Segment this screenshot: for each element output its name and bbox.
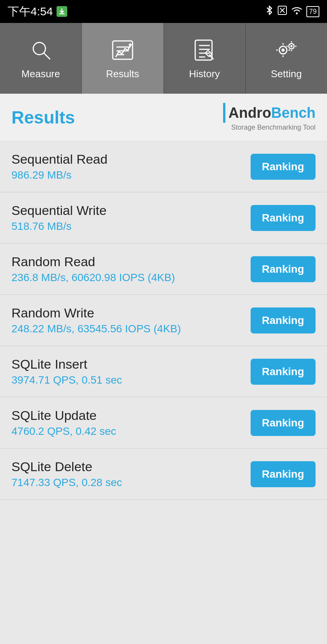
- svg-point-3: [296, 13, 298, 15]
- results-title: Results: [11, 107, 75, 128]
- bench-name: Random Write: [11, 306, 181, 320]
- tab-results[interactable]: Results: [82, 23, 164, 94]
- bench-row: Sequential Write518.76 MB/sRanking: [0, 192, 327, 244]
- bench-name: SQLite Insert: [11, 357, 122, 372]
- bench-row: SQLite Update4760.2 QPS, 0.42 secRanking: [0, 397, 327, 449]
- svg-point-20: [282, 49, 285, 52]
- logo-subtitle: Storage Benchmarking Tool: [231, 124, 316, 132]
- svg-point-26: [290, 45, 293, 47]
- results-icon: [109, 37, 136, 63]
- bench-info: Sequential Read986.29 MB/s: [11, 152, 107, 181]
- bench-value: 3974.71 QPS, 0.51 sec: [11, 374, 122, 386]
- bench-info: SQLite Insert3974.71 QPS, 0.51 sec: [11, 357, 122, 386]
- signal-x-icon: [277, 5, 287, 18]
- tab-bar: Measure Results: [0, 23, 327, 94]
- ranking-button[interactable]: Ranking: [251, 461, 316, 487]
- bench-info: Random Read236.8 MB/s, 60620.98 IOPS (4K…: [11, 254, 175, 284]
- ranking-button[interactable]: Ranking: [251, 359, 316, 385]
- history-icon: [191, 37, 218, 63]
- ranking-button[interactable]: Ranking: [251, 256, 316, 282]
- bench-value: 518.76 MB/s: [11, 220, 107, 233]
- logo-bench: Bench: [271, 105, 316, 121]
- bluetooth-icon: [265, 5, 274, 18]
- measure-icon: [28, 37, 54, 63]
- bench-value: 986.29 MB/s: [11, 169, 107, 181]
- logo-andro: Andro: [228, 105, 271, 121]
- content-area: Results AndroBench Storage Benchmarking …: [0, 94, 327, 644]
- bench-name: Sequential Read: [11, 152, 107, 167]
- benchmark-list: Sequential Read986.29 MB/sRankingSequent…: [0, 141, 327, 500]
- battery-indicator: 79: [306, 6, 319, 17]
- tab-setting[interactable]: Setting: [246, 23, 327, 94]
- bench-name: SQLite Update: [11, 408, 116, 423]
- setting-icon: [273, 37, 299, 63]
- wifi-icon: [291, 6, 303, 17]
- tab-results-label: Results: [106, 68, 139, 80]
- tab-measure-label: Measure: [21, 68, 60, 80]
- ranking-button[interactable]: Ranking: [251, 307, 316, 333]
- bench-value: 236.8 MB/s, 60620.98 IOPS (4KB): [11, 272, 175, 284]
- bench-name: Sequential Write: [11, 203, 107, 218]
- tab-measure[interactable]: Measure: [0, 23, 82, 94]
- download-icon: [57, 6, 67, 17]
- bench-info: SQLite Delete7147.33 QPS, 0.28 sec: [11, 459, 122, 489]
- bench-row: Sequential Read986.29 MB/sRanking: [0, 141, 327, 192]
- svg-line-17: [209, 55, 214, 59]
- bench-info: SQLite Update4760.2 QPS, 0.42 sec: [11, 408, 116, 437]
- logo-main: AndroBench: [223, 103, 316, 123]
- logo-bar: [223, 103, 225, 123]
- svg-line-5: [44, 53, 50, 59]
- tab-setting-label: Setting: [271, 68, 302, 80]
- androbench-logo: AndroBench Storage Benchmarking Tool: [223, 103, 316, 132]
- ranking-button[interactable]: Ranking: [251, 410, 316, 436]
- bench-name: Random Read: [11, 254, 175, 269]
- status-time: 下午4:54: [8, 4, 53, 20]
- status-bar: 下午4:54: [0, 0, 327, 23]
- ranking-button[interactable]: Ranking: [251, 154, 316, 180]
- bench-name: SQLite Delete: [11, 459, 122, 474]
- logo-text: AndroBench: [228, 105, 316, 121]
- tab-history[interactable]: History: [164, 23, 246, 94]
- bench-row: Random Write248.22 MB/s, 63545.56 IOPS (…: [0, 295, 327, 346]
- bench-row: SQLite Insert3974.71 QPS, 0.51 secRankin…: [0, 346, 327, 397]
- tab-history-label: History: [189, 68, 220, 80]
- results-header: Results AndroBench Storage Benchmarking …: [0, 94, 327, 141]
- status-left: 下午4:54: [8, 4, 67, 20]
- bench-value: 248.22 MB/s, 63545.56 IOPS (4KB): [11, 323, 181, 335]
- ranking-button[interactable]: Ranking: [251, 205, 316, 231]
- status-right: 79: [265, 5, 319, 18]
- bench-info: Sequential Write518.76 MB/s: [11, 203, 107, 233]
- bench-value: 4760.2 QPS, 0.42 sec: [11, 425, 116, 437]
- battery-level: 79: [309, 8, 317, 15]
- bench-info: Random Write248.22 MB/s, 63545.56 IOPS (…: [11, 306, 181, 335]
- bench-row: SQLite Delete7147.33 QPS, 0.28 secRankin…: [0, 449, 327, 500]
- bench-row: Random Read236.8 MB/s, 60620.98 IOPS (4K…: [0, 244, 327, 295]
- bench-value: 7147.33 QPS, 0.28 sec: [11, 476, 122, 489]
- svg-point-4: [33, 42, 45, 55]
